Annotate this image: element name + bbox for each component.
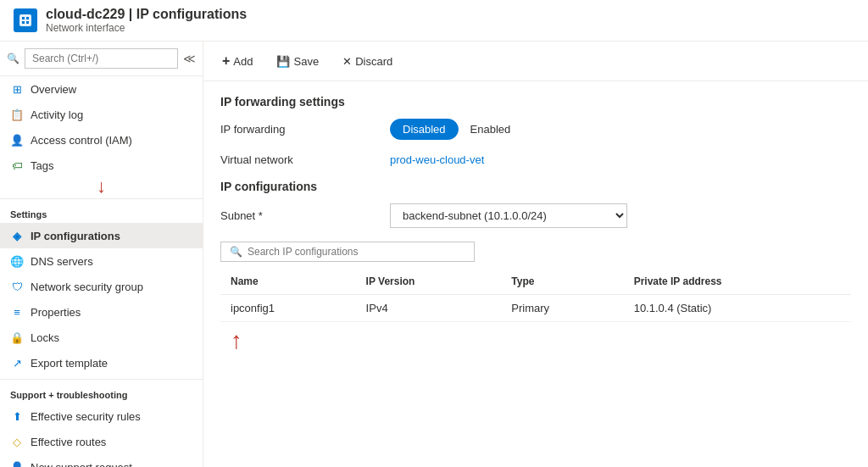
sidebar-item-iam[interactable]: 👤 Access control (IAM) bbox=[0, 127, 203, 153]
arrow-annotation-up: ↑ bbox=[231, 329, 242, 353]
forwarding-section-title: IP forwarding settings bbox=[220, 95, 851, 108]
col-type: Type bbox=[501, 269, 623, 295]
save-button[interactable]: 💾 Save bbox=[271, 52, 324, 71]
export-icon: ↗ bbox=[10, 356, 24, 370]
sidebar-label-dns-servers: DNS servers bbox=[31, 255, 93, 268]
new-support-icon: 👤 bbox=[10, 460, 24, 467]
ipconfig-section-title: IP configurations bbox=[220, 180, 851, 193]
svg-rect-0 bbox=[19, 14, 31, 26]
col-name: Name bbox=[220, 269, 356, 295]
effective-security-icon: ⬆ bbox=[10, 409, 24, 423]
cell-private-ip: 10.1.0.4 (Static) bbox=[624, 295, 851, 322]
main-content: + Add 💾 Save ✕ Discard IP forwarding set… bbox=[203, 42, 868, 467]
table-search-icon: 🔍 bbox=[230, 246, 242, 258]
table-header-row: Name IP Version Type Private IP address bbox=[220, 269, 851, 295]
table-search-input[interactable] bbox=[248, 246, 465, 258]
sidebar-item-ip-configurations[interactable]: ◈ IP configurations bbox=[0, 223, 203, 248]
header-text-group: cloud-dc229 | IP configurations Network … bbox=[46, 7, 247, 34]
sidebar-item-overview[interactable]: ⊞ Overview bbox=[0, 76, 203, 102]
svg-rect-2 bbox=[26, 17, 29, 19]
forwarding-row: IP forwarding Disabled Enabled bbox=[220, 119, 851, 140]
sidebar-item-new-support[interactable]: 👤 New support request bbox=[0, 454, 203, 467]
sidebar-item-locks[interactable]: 🔒 Locks bbox=[0, 325, 203, 350]
add-button[interactable]: + Add bbox=[217, 50, 258, 72]
sidebar-label-properties: Properties bbox=[31, 306, 81, 319]
overview-icon: ⊞ bbox=[10, 82, 24, 96]
vnet-row: Virtual network prod-weu-cloud-vet bbox=[220, 153, 851, 166]
sidebar-label-iam: Access control (IAM) bbox=[31, 134, 132, 147]
table-row[interactable]: ipconfig1 IPv4 Primary 10.1.0.4 (Static) bbox=[220, 295, 851, 322]
resource-icon bbox=[14, 8, 37, 32]
support-section-label: Support + troubleshooting bbox=[0, 379, 203, 403]
col-ip-version: IP Version bbox=[356, 269, 502, 295]
lock-icon: 🔒 bbox=[10, 331, 24, 344]
dns-icon: 🌐 bbox=[10, 254, 24, 268]
table-search-wrapper[interactable]: 🔍 bbox=[220, 242, 475, 262]
toolbar: + Add 💾 Save ✕ Discard bbox=[203, 42, 868, 81]
page-title: cloud-dc229 | IP configurations bbox=[46, 7, 247, 22]
svg-rect-3 bbox=[22, 21, 25, 24]
page-subtitle: Network interface bbox=[46, 22, 247, 34]
svg-rect-1 bbox=[22, 17, 25, 19]
subnet-select[interactable]: backend-subnet (10.1.0.0/24) bbox=[390, 203, 627, 228]
ip-config-icon: ◈ bbox=[10, 229, 24, 242]
forwarding-toggle[interactable]: Disabled Enabled bbox=[390, 119, 851, 140]
sidebar-label-new-support: New support request bbox=[31, 461, 132, 468]
sidebar-label-locks: Locks bbox=[31, 331, 59, 344]
discard-button[interactable]: ✕ Discard bbox=[337, 52, 398, 71]
add-label: Add bbox=[233, 55, 253, 68]
discard-icon: ✕ bbox=[342, 55, 352, 68]
search-box[interactable]: 🔍 ≪ bbox=[0, 42, 203, 76]
vnet-link[interactable]: prod-weu-cloud-vet bbox=[390, 153, 484, 166]
vnet-label: Virtual network bbox=[220, 153, 390, 166]
cell-ip-version: IPv4 bbox=[356, 295, 502, 322]
content-area: IP forwarding settings IP forwarding Dis… bbox=[203, 81, 868, 373]
sidebar-item-nsg[interactable]: 🛡 Network security group bbox=[0, 274, 203, 299]
add-icon: + bbox=[222, 53, 230, 69]
sidebar: 🔍 ≪ ⊞ Overview 📋 Activity log 👤 Access c… bbox=[0, 42, 203, 467]
sidebar-label-effective-routes: Effective routes bbox=[31, 436, 106, 448]
ip-config-table: Name IP Version Type Private IP address … bbox=[220, 269, 851, 359]
save-label: Save bbox=[293, 55, 319, 68]
sidebar-label-activity-log: Activity log bbox=[31, 108, 83, 121]
page-header: cloud-dc229 | IP configurations Network … bbox=[0, 0, 868, 42]
sidebar-label-effective-security: Effective security rules bbox=[31, 410, 141, 423]
svg-rect-4 bbox=[26, 21, 29, 24]
tag-icon: 🏷 bbox=[10, 158, 24, 172]
sidebar-label-overview: Overview bbox=[31, 83, 76, 96]
nsg-icon: 🛡 bbox=[10, 280, 24, 293]
activity-log-icon: 📋 bbox=[10, 108, 24, 121]
iam-icon: 👤 bbox=[10, 133, 24, 147]
sidebar-item-properties[interactable]: ≡ Properties bbox=[0, 299, 203, 325]
sidebar-item-tags[interactable]: 🏷 Tags bbox=[0, 153, 203, 178]
sidebar-label-tags: Tags bbox=[31, 159, 53, 172]
forwarding-disabled-option[interactable]: Disabled bbox=[390, 119, 459, 140]
effective-routes-icon: ◇ bbox=[10, 435, 24, 448]
forwarding-enabled-option[interactable]: Enabled bbox=[459, 120, 523, 139]
sidebar-label-export: Export template bbox=[31, 357, 108, 370]
cell-name: ipconfig1 bbox=[220, 295, 356, 322]
sidebar-item-dns-servers[interactable]: 🌐 DNS servers bbox=[0, 248, 203, 274]
subnet-row: Subnet * backend-subnet (10.1.0.0/24) bbox=[220, 203, 851, 228]
sidebar-item-activity-log[interactable]: 📋 Activity log bbox=[0, 102, 203, 127]
toggle-group[interactable]: Disabled Enabled bbox=[390, 119, 851, 140]
settings-section-label: Settings bbox=[0, 198, 203, 223]
sidebar-label-nsg: Network security group bbox=[31, 281, 143, 293]
cell-type: Primary bbox=[501, 295, 623, 322]
search-input[interactable] bbox=[25, 48, 178, 69]
subnet-label: Subnet * bbox=[220, 209, 390, 222]
sidebar-item-effective-security[interactable]: ⬆ Effective security rules bbox=[0, 403, 203, 429]
arrow-annotation-down: ↓ bbox=[97, 177, 106, 196]
col-private-ip: Private IP address bbox=[624, 269, 851, 295]
sidebar-collapse-icon[interactable]: ≪ bbox=[183, 52, 196, 65]
sidebar-label-ip-configurations: IP configurations bbox=[31, 230, 120, 242]
sidebar-item-effective-routes[interactable]: ◇ Effective routes bbox=[0, 429, 203, 454]
table: Name IP Version Type Private IP address … bbox=[220, 269, 851, 322]
search-icon: 🔍 bbox=[7, 53, 19, 64]
save-icon: 💾 bbox=[276, 55, 290, 68]
sidebar-item-export[interactable]: ↗ Export template bbox=[0, 350, 203, 375]
forwarding-label: IP forwarding bbox=[220, 123, 390, 136]
discard-label: Discard bbox=[355, 55, 392, 68]
properties-icon: ≡ bbox=[10, 305, 24, 319]
